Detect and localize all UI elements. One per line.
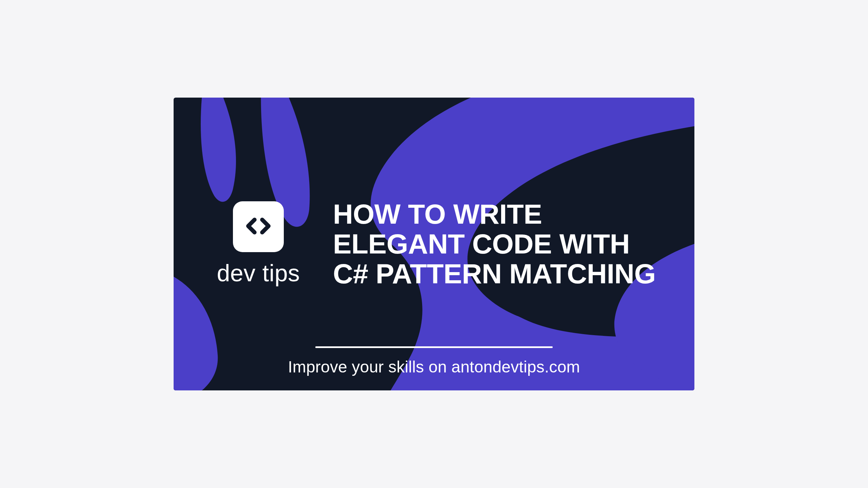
tagline: Improve your skills on antondevtips.com [288, 358, 580, 376]
logo-text: dev tips [217, 260, 300, 287]
code-icon [243, 211, 274, 243]
headline: HOW TO WRITE ELEGANT CODE WITH C# PATTER… [333, 199, 656, 288]
footer: Improve your skills on antondevtips.com [174, 346, 694, 376]
divider [315, 346, 553, 348]
logo-block: dev tips [197, 201, 319, 287]
promo-card: dev tips HOW TO WRITE ELEGANT CODE WITH … [174, 98, 694, 390]
logo-tile [233, 201, 284, 252]
